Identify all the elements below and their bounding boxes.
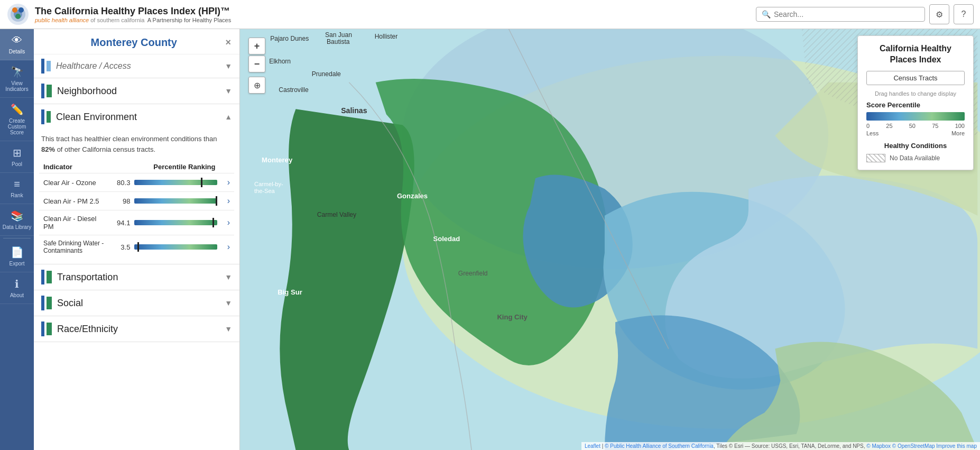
bar-blue-2 <box>41 84 44 98</box>
panel-title: Monterey County <box>42 36 225 49</box>
indicator-row-pm25[interactable]: Clean Air - PM 2.5 98 › <box>39 191 234 210</box>
search-box[interactable]: 🔍 <box>756 7 925 22</box>
indicator-bar-bg-pm25 <box>134 198 217 204</box>
indicator-bar-pm25 <box>134 196 217 206</box>
indicator-row-water[interactable]: Safe Drinking Water - Contaminants 3.5 › <box>39 235 234 259</box>
nav-label-about: About <box>10 292 24 298</box>
nav-item-data-library[interactable]: 📚 Data Library <box>0 204 34 236</box>
city-carmel-valley: Carmel Valley <box>317 211 357 218</box>
city-soledad: Soledad <box>433 235 460 243</box>
legend-labels: Less More <box>866 130 965 136</box>
indicator-row-ozone[interactable]: Clear Air - Ozone 80.3 › <box>39 173 234 191</box>
nav-item-view-indicators[interactable]: 🔭 View Indicators <box>0 60 34 98</box>
social-title: Social <box>57 298 225 309</box>
indicator-marker-water <box>137 242 139 252</box>
mapbox-link[interactable]: © Mapbox <box>866 443 891 449</box>
section-race-ethnicity[interactable]: Race/Ethnicity ▼ <box>34 316 239 342</box>
svg-text:the-Sea: the-Sea <box>254 188 275 194</box>
indicator-table: Indicator Percentile Ranking Clear Air -… <box>34 161 239 264</box>
race-chevron: ▼ <box>225 325 232 333</box>
legend-healthy-conditions: Healthy Conditions <box>866 142 965 150</box>
city-carmel-by-the-sea: Carmel-by- <box>254 181 283 187</box>
indicator-bar-diesel <box>134 218 217 227</box>
svg-text:Bautista: Bautista <box>327 38 350 45</box>
search-input[interactable] <box>774 10 919 19</box>
indicator-value-diesel: 94.1 <box>105 219 134 227</box>
panel-close-button[interactable]: × <box>225 37 231 48</box>
zoom-in-button[interactable]: + <box>248 38 265 54</box>
map-area[interactable]: Pajaro Dunes San Juan Bautista Hollister… <box>240 29 980 450</box>
col-indicator-header: Indicator <box>43 163 112 171</box>
bar-green-4 <box>47 323 52 335</box>
osm-link[interactable]: © OpenStreetMap <box>892 443 935 449</box>
header-right: 🔍 ⚙ ? <box>756 4 974 24</box>
census-tracts-button[interactable]: Census Tracts <box>866 71 965 85</box>
nav-label-create-custom: Create Custom Score <box>2 118 32 135</box>
city-salinas: Salinas <box>341 106 367 115</box>
about-icon: ℹ <box>15 278 19 290</box>
legend-score-label: Score Percentile <box>866 101 965 109</box>
city-monterey: Monterey <box>262 156 293 164</box>
city-hollister: Hollister <box>375 33 398 40</box>
nav-item-about[interactable]: ℹ About <box>0 272 34 304</box>
app-subtitle: public health alliance of southern calif… <box>35 17 231 23</box>
city-castroville: Castroville <box>279 86 309 94</box>
clean-env-desc-pre: This tract has healthier clean environme… <box>41 135 217 143</box>
reset-view-button[interactable]: ⊕ <box>248 77 265 94</box>
zoom-out-button[interactable]: − <box>248 56 265 72</box>
indicator-bar-water <box>134 242 217 252</box>
bar-light-blue <box>47 61 51 71</box>
help-button[interactable]: ? <box>954 4 974 24</box>
col-percentile-header: Percentile Ranking <box>139 163 230 171</box>
city-greenfield: Greenfield <box>458 270 488 277</box>
indicator-name-pm25: Clean Air - PM 2.5 <box>43 197 105 205</box>
svg-point-5 <box>15 14 21 19</box>
details-icon: 👁 <box>12 34 22 47</box>
indicator-bar-bg-water <box>134 244 217 250</box>
neighborhood-chevron: ▼ <box>225 87 232 95</box>
nav-label-pool: Pool <box>12 161 22 167</box>
nav-item-create-custom-score[interactable]: ✏️ Create Custom Score <box>0 98 34 141</box>
pha-link[interactable]: © Public Health Alliance of Southern Cal… <box>605 443 714 449</box>
nav-label-rank: Rank <box>11 192 23 198</box>
legend-no-data: No Data Available <box>866 154 965 162</box>
nav-item-rank[interactable]: ≡ Rank <box>0 173 34 204</box>
nav-item-export[interactable]: 📄 Export <box>0 241 34 272</box>
clean-env-header[interactable]: Clean Environment ▲ <box>34 104 239 130</box>
logo-area: The California Healthy Places Index (HPI… <box>6 3 231 26</box>
gear-icon: ⚙ <box>936 10 943 20</box>
bar-green-2 <box>47 111 51 123</box>
city-pajaro-dunes: Pajaro Dunes <box>270 35 309 42</box>
leaflet-link[interactable]: Leaflet <box>585 443 600 449</box>
legend-ticks: 0 25 50 75 100 <box>866 123 965 129</box>
race-bar-icon <box>41 322 52 336</box>
section-transportation[interactable]: Transportation ▼ <box>34 264 239 290</box>
indicator-row-diesel[interactable]: Clean Air - Diesel PM 94.1 › <box>39 210 234 235</box>
settings-button[interactable]: ⚙ <box>929 4 949 24</box>
indicator-arrow-water[interactable]: › <box>217 242 230 252</box>
section-social[interactable]: Social ▼ <box>34 290 239 316</box>
indicator-arrow-pm25[interactable]: › <box>217 196 230 206</box>
transportation-bar-icon <box>41 270 52 284</box>
bar-green-2 <box>47 271 52 283</box>
indicator-arrow-ozone[interactable]: › <box>217 178 230 187</box>
indicator-name-water: Safe Drinking Water - Contaminants <box>43 240 105 254</box>
neighborhood-bar-icon <box>41 84 52 98</box>
transportation-title: Transportation <box>57 272 225 283</box>
section-neighborhood[interactable]: Neighborhood ▼ <box>34 78 239 104</box>
nav-item-pool[interactable]: ⊞ Pool <box>0 141 34 173</box>
indicator-value-water: 3.5 <box>105 243 134 251</box>
nav-divider <box>3 238 30 238</box>
subtitle-tag: A Partnership for Healthy Places <box>147 17 231 23</box>
less-label: Less <box>866 130 879 136</box>
view-indicators-icon: 🔭 <box>11 66 24 78</box>
legend-gradient <box>866 112 965 121</box>
logo-icon <box>6 3 30 26</box>
no-data-label: No Data Available <box>890 154 940 162</box>
improve-map-link[interactable]: Improve this map <box>936 443 977 449</box>
nav-label-details: Details <box>9 49 25 54</box>
section-healthcare[interactable]: Healthcare / Access ▼ <box>34 54 239 78</box>
legend-title: California Healthy Places Index <box>866 43 965 66</box>
nav-item-details[interactable]: 👁 Details <box>0 29 34 60</box>
indicator-arrow-diesel[interactable]: › <box>217 218 230 227</box>
